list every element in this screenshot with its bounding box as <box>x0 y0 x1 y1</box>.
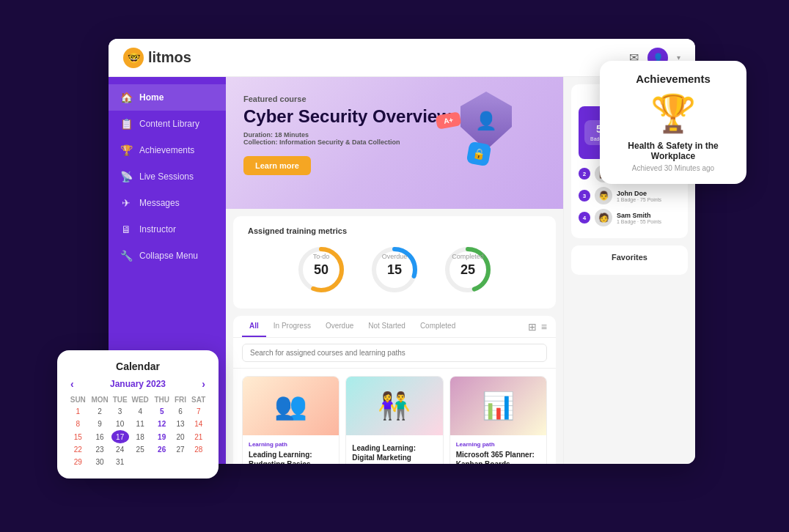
achievements-course-name: Health & Safety in the Workplace <box>612 141 735 161</box>
logo-icon: 🤓 <box>123 48 144 68</box>
metric-overdue: Overdue 15 <box>369 244 420 298</box>
live-sessions-icon: 📡 <box>120 171 132 182</box>
calendar-day[interactable]: 25 <box>129 443 152 456</box>
search-bar <box>233 338 556 369</box>
calendar-day[interactable] <box>152 456 172 468</box>
metric-todo-circle: To-do 50 <box>296 244 347 295</box>
sidebar-item-collapse[interactable]: 🔧 Collapse Menu <box>109 243 226 269</box>
floating-card-deco: A+ <box>436 111 462 129</box>
calendar-day[interactable]: 31 <box>111 456 129 468</box>
lb-info-john: John Doe 1 Badge · 75 Points <box>617 190 680 202</box>
search-input[interactable] <box>242 344 547 362</box>
calendar-day[interactable]: 15 <box>67 430 89 443</box>
calendar-day[interactable]: 24 <box>111 443 129 456</box>
achievements-time: Achieved 30 Minutes ago <box>612 164 735 172</box>
metric-overdue-value: 15 <box>387 262 402 278</box>
calendar-day[interactable]: 16 <box>89 430 111 443</box>
sidebar-label-achievements: Achievements <box>139 145 194 155</box>
metrics-section: Assigned training metrics To-do 50 <box>233 216 556 309</box>
metrics-row: To-do 50 Overdue <box>248 244 541 298</box>
sidebar-item-achievements[interactable]: 🏆 Achievements <box>109 137 226 163</box>
calendar-day[interactable]: 4 <box>129 405 152 418</box>
learn-more-button[interactable]: Learn more <box>243 156 311 175</box>
calendar-day[interactable]: 8 <box>67 418 89 430</box>
calendar-day[interactable]: 26 <box>152 443 172 456</box>
calendar-day[interactable]: 20 <box>172 430 189 443</box>
tab-not-started[interactable]: Not Started <box>361 316 413 337</box>
calendar-day[interactable]: 29 <box>67 456 89 468</box>
duration-label: Duration: <box>243 131 273 138</box>
calendar-day[interactable]: 30 <box>89 456 111 468</box>
trophy-icon: 🏆 <box>612 92 735 135</box>
calendar-day[interactable]: 18 <box>129 430 152 443</box>
calendar-day[interactable]: 21 <box>189 430 209 443</box>
calendar-day[interactable]: 2 <box>89 405 111 418</box>
calendar-day[interactable]: 27 <box>172 443 189 456</box>
course-card-1[interactable]: 👥 Learning path Leading Learning: Budget… <box>242 376 340 464</box>
cal-header-tue: TUE <box>111 394 129 405</box>
lb-avatar-sam: 🧑 <box>595 209 612 226</box>
calendar-day[interactable]: 12 <box>152 418 172 430</box>
lb-rank-3: 3 <box>579 190 590 202</box>
grid-view-icon[interactable]: ⊞ <box>528 321 537 333</box>
calendar-day[interactable] <box>129 456 152 468</box>
course-title-2: Leading Learning: Digital Marketing Foun… <box>352 443 436 464</box>
sidebar-item-live-sessions[interactable]: 📡 Live Sessions <box>109 163 226 190</box>
tab-completed[interactable]: Completed <box>413 316 463 337</box>
calendar-day[interactable]: 9 <box>89 418 111 430</box>
calendar-day[interactable]: 28 <box>189 443 209 456</box>
sidebar-item-messages[interactable]: ✈ Messages <box>109 190 226 216</box>
sidebar-item-instructor[interactable]: 🖥 Instructor <box>109 216 226 243</box>
metrics-title: Assigned training metrics <box>248 226 541 235</box>
calendar-day[interactable]: 14 <box>189 418 209 430</box>
sidebar-item-content-library[interactable]: 📋 Content Library <box>109 111 226 137</box>
calendar-day[interactable]: 11 <box>129 418 152 430</box>
cal-header-sat: SAT <box>189 394 209 405</box>
course-title-3: Microsoft 365 Planner: Kanban Boards <box>456 450 540 464</box>
cal-header-wed: WED <box>129 394 152 405</box>
tab-in-progress[interactable]: In Progress <box>266 316 318 337</box>
calendar-day[interactable] <box>172 456 189 468</box>
sidebar-label-home: Home <box>139 92 164 103</box>
course-img-2-icon: 👫 <box>378 391 411 421</box>
lb-stats-sam: 1 Badge · 55 Points <box>617 219 680 224</box>
metric-completed-value: 25 <box>460 262 475 278</box>
calendar-day[interactable]: 1 <box>67 405 89 418</box>
calendar-title: Calendar <box>67 361 208 372</box>
content-library-icon: 📋 <box>120 118 132 130</box>
course-card-1-image: 👥 <box>243 377 339 435</box>
floating-lock-deco: 🔒 <box>466 141 492 167</box>
calendar-month-nav: ‹ January 2023 › <box>67 378 208 390</box>
duration-value: 18 Minutes <box>275 131 309 138</box>
calendar-day[interactable]: 3 <box>111 405 129 418</box>
course-type-3: Learning path <box>456 441 540 448</box>
calendar-day[interactable]: 23 <box>89 443 111 456</box>
calendar-day[interactable]: 19 <box>152 430 172 443</box>
calendar-prev-btn[interactable]: ‹ <box>67 378 77 390</box>
calendar-day[interactable] <box>189 456 209 468</box>
lb-name-sam: Sam Smith <box>617 212 680 219</box>
leaderboard-row-2: 3 👨 John Doe 1 Badge · 75 Points <box>579 187 680 204</box>
course-card-1-body: Learning path Leading Learning: Budgetin… <box>243 435 339 464</box>
sidebar-label-content-library: Content Library <box>139 119 199 129</box>
course-card-2[interactable]: 👫 Leading Learning: Digital Marketing Fo… <box>345 376 443 464</box>
cal-header-mon: MON <box>89 394 111 405</box>
metric-completed-circle: Completed 25 <box>442 244 493 295</box>
calendar-day[interactable]: 13 <box>172 418 189 430</box>
course-card-3-body: Learning path Microsoft 365 Planner: Kan… <box>450 435 546 464</box>
content-panel: Featured course Cyber Security Overview … <box>226 77 563 464</box>
calendar-day[interactable]: 5 <box>152 405 172 418</box>
tab-overdue[interactable]: Overdue <box>318 316 361 337</box>
list-view-icon[interactable]: ≡ <box>541 321 547 333</box>
course-card-3[interactable]: 📊 Learning path Microsoft 365 Planner: K… <box>449 376 547 464</box>
sidebar-item-home[interactable]: 🏠 Home <box>109 84 226 111</box>
calendar-next-btn[interactable]: › <box>199 378 208 390</box>
tab-all[interactable]: All <box>242 316 266 337</box>
calendar-day[interactable]: 17 <box>111 430 129 443</box>
calendar-day[interactable]: 22 <box>67 443 89 456</box>
cal-header-sun: SUN <box>67 394 89 405</box>
calendar-day[interactable]: 7 <box>189 405 209 418</box>
calendar-day[interactable]: 6 <box>172 405 189 418</box>
calendar-day[interactable]: 10 <box>111 418 129 430</box>
collection-value: Information Security & Data Collection <box>279 138 400 146</box>
